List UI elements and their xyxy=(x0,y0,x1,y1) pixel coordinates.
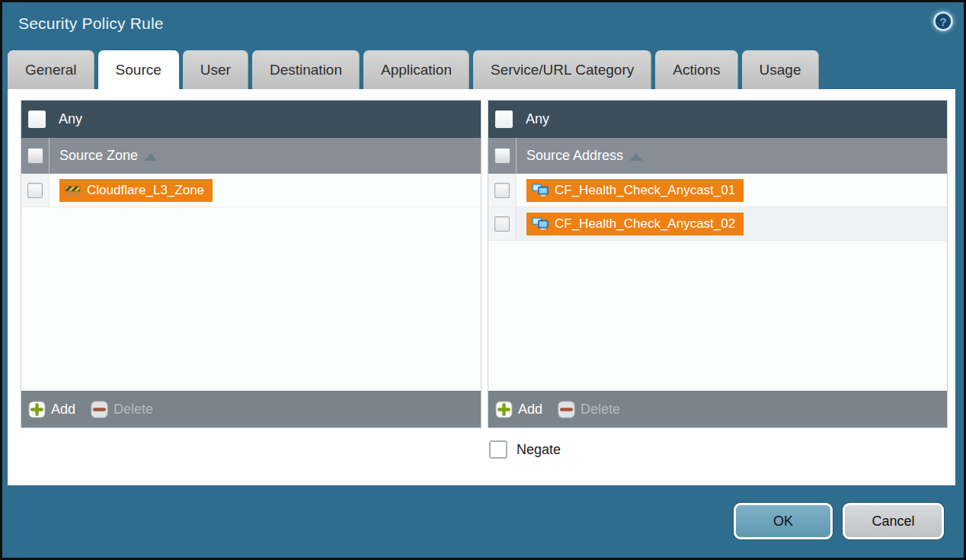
source-zone-toolbar: Add Delete xyxy=(21,391,481,427)
row-checkbox[interactable] xyxy=(27,183,43,198)
source-zone-any-row: Any xyxy=(21,101,481,138)
address-icon xyxy=(532,184,549,197)
add-label: Add xyxy=(51,402,75,418)
add-zone-button[interactable]: Add xyxy=(28,401,75,418)
delete-address-button[interactable]: Delete xyxy=(558,401,620,418)
tab-bar: General Source User Destination Applicat… xyxy=(8,50,819,89)
tab-application[interactable]: Application xyxy=(363,50,469,89)
tab-general[interactable]: General xyxy=(8,50,94,89)
source-zone-panel: Any Source Zone xyxy=(21,100,481,428)
help-icon[interactable]: ? xyxy=(932,11,954,32)
source-address-list: CF_Health_Check_Anycast_01 xyxy=(488,174,947,391)
source-zone-sort-header[interactable]: Source Zone xyxy=(59,138,157,174)
address-name: CF_Health_Check_Anycast_02 xyxy=(555,216,735,232)
source-zone-any-label: Any xyxy=(59,111,82,127)
plus-icon xyxy=(495,401,513,418)
tab-source[interactable]: Source xyxy=(98,50,179,89)
add-label: Add xyxy=(518,402,542,418)
minus-icon xyxy=(558,401,575,418)
add-address-button[interactable]: Add xyxy=(495,401,542,418)
security-policy-rule-dialog: Security Policy Rule ? General Source Us… xyxy=(0,0,966,560)
source-zone-select-all-checkbox[interactable] xyxy=(27,148,43,164)
row-checkbox[interactable] xyxy=(494,216,510,232)
source-address-any-label: Any xyxy=(526,111,549,127)
ok-button[interactable]: OK xyxy=(734,503,833,539)
source-zone-any-checkbox[interactable] xyxy=(28,110,46,128)
row-checkbox[interactable] xyxy=(494,183,510,198)
address-chip[interactable]: CF_Health_Check_Anycast_02 xyxy=(526,213,744,235)
negate-label: Negate xyxy=(517,442,561,458)
source-zone-column-label: Source Zone xyxy=(59,148,138,164)
source-address-toolbar: Add Delete xyxy=(488,391,947,427)
list-item-cf-health-check-anycast-01[interactable]: CF_Health_Check_Anycast_01 xyxy=(488,174,947,207)
tab-usage[interactable]: Usage xyxy=(742,50,819,89)
address-name: CF_Health_Check_Anycast_01 xyxy=(555,183,735,198)
zone-icon xyxy=(65,184,81,197)
list-item-cf-health-check-anycast-02[interactable]: CF_Health_Check_Anycast_02 xyxy=(488,207,947,241)
dialog-title: Security Policy Rule xyxy=(18,14,164,33)
tab-destination[interactable]: Destination xyxy=(252,50,360,89)
source-address-any-row: Any xyxy=(488,101,947,138)
delete-zone-button[interactable]: Delete xyxy=(91,401,153,418)
delete-label: Delete xyxy=(114,402,153,418)
dialog-footer: OK Cancel xyxy=(734,503,944,539)
sort-ascending-icon xyxy=(630,153,642,161)
minus-icon xyxy=(91,401,108,418)
tab-user[interactable]: User xyxy=(183,50,248,89)
source-zone-column-header: Source Zone xyxy=(21,138,481,174)
list-item-cloudflare-l3-zone[interactable]: Cloudflare_L3_Zone xyxy=(21,174,481,207)
negate-checkbox[interactable] xyxy=(489,440,507,459)
plus-icon xyxy=(28,401,46,418)
zone-chip[interactable]: Cloudflare_L3_Zone xyxy=(59,179,213,202)
delete-label: Delete xyxy=(581,402,620,418)
source-address-panel: Any Source Address xyxy=(488,100,948,428)
zone-name: Cloudflare_L3_Zone xyxy=(87,183,204,198)
source-address-select-all-checkbox[interactable] xyxy=(494,148,510,164)
source-zone-list: Cloudflare_L3_Zone xyxy=(21,174,481,391)
sort-ascending-icon xyxy=(145,153,157,161)
negate-row: Negate xyxy=(489,440,561,459)
cancel-button[interactable]: Cancel xyxy=(843,503,944,539)
source-address-any-checkbox[interactable] xyxy=(495,110,513,128)
tab-service-url-category[interactable]: Service/URL Category xyxy=(473,50,651,89)
svg-text:?: ? xyxy=(939,15,946,28)
address-icon xyxy=(532,217,549,230)
tab-actions[interactable]: Actions xyxy=(655,50,737,89)
source-address-sort-header[interactable]: Source Address xyxy=(526,138,642,174)
source-address-column-header: Source Address xyxy=(488,138,947,174)
address-chip[interactable]: CF_Health_Check_Anycast_01 xyxy=(526,179,744,202)
source-address-column-label: Source Address xyxy=(526,148,623,164)
source-tab-content: Any Source Zone xyxy=(8,89,955,485)
